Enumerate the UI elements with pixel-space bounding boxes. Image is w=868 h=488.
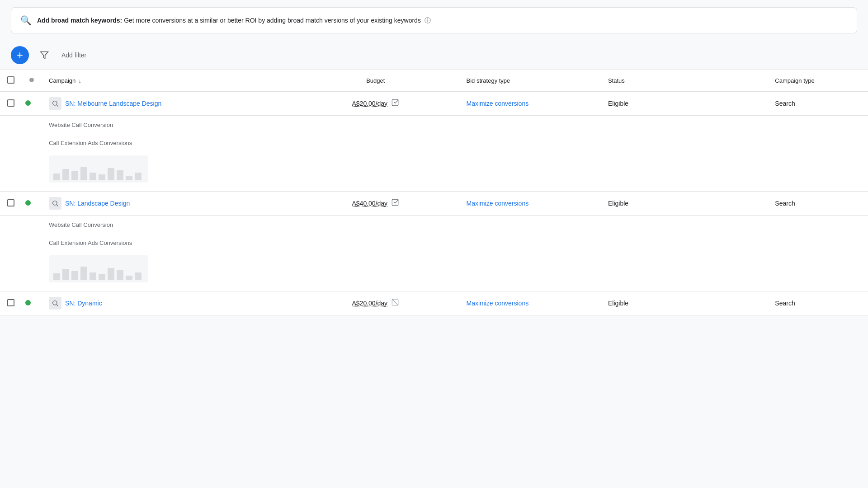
sub-item-name-cell: Website Call Conversion xyxy=(42,216,292,234)
search-icon: 🔍 xyxy=(20,15,32,26)
status-dot xyxy=(25,300,31,305)
chart-placeholder xyxy=(49,255,148,282)
budget-cell: A$20.00/day xyxy=(292,291,459,315)
svg-marker-0 xyxy=(41,52,48,59)
chart-empty-cell xyxy=(459,252,600,291)
filter-icon-button[interactable] xyxy=(36,47,52,63)
row-checkbox[interactable] xyxy=(7,299,14,306)
broad-match-banner: 🔍 Add broad match keywords: Get more con… xyxy=(11,7,857,33)
circle-icon xyxy=(29,77,34,83)
page-wrapper: 🔍 Add broad match keywords: Get more con… xyxy=(0,7,868,315)
svg-rect-22 xyxy=(71,271,78,280)
sort-icon: ↓ xyxy=(78,77,81,84)
budget-cell: A$40.00/day xyxy=(292,192,459,216)
campaign-type-cell: Search xyxy=(768,92,868,116)
sub-item-name-cell: Call Extension Ads Conversions xyxy=(42,134,292,152)
row-status-dot-cell xyxy=(22,192,42,216)
status-column-header[interactable]: Status xyxy=(601,70,768,92)
campaign-column-header[interactable]: Campaign ↓ xyxy=(42,70,292,92)
chart-row xyxy=(0,152,868,192)
sub-empty-cell xyxy=(601,216,768,234)
bid-strategy-cell: Maximize conversions xyxy=(459,291,600,315)
help-icon[interactable]: ⓘ xyxy=(425,17,431,24)
svg-rect-4 xyxy=(392,99,398,106)
svg-rect-8 xyxy=(71,171,78,180)
status-text-cell: Eligible xyxy=(601,192,768,216)
chart-dot-cell xyxy=(22,152,42,192)
bid-strategy-link[interactable]: Maximize conversions xyxy=(466,100,528,107)
row-checkbox[interactable] xyxy=(7,99,14,107)
campaign-name-link[interactable]: SN: Dynamic xyxy=(65,300,102,307)
campaign-name-link[interactable]: SN: Melbourne Landscape Design xyxy=(65,100,161,107)
budget-value[interactable]: A$40.00/day xyxy=(352,200,387,207)
campaign-name-cell: SN: Landscape Design xyxy=(42,192,292,216)
svg-line-31 xyxy=(57,305,58,306)
status-text-cell: Eligible xyxy=(601,291,768,315)
sub-empty-cell xyxy=(601,234,768,252)
row-status-dot-cell xyxy=(22,92,42,116)
row-checkbox[interactable] xyxy=(7,199,14,206)
sub-check-cell xyxy=(0,216,22,234)
chart-row xyxy=(0,252,868,291)
status-text-cell: Eligible xyxy=(601,92,768,116)
select-all-checkbox[interactable] xyxy=(7,76,14,84)
svg-point-2 xyxy=(53,101,57,105)
sub-item-text: Call Extension Ads Conversions xyxy=(49,238,132,248)
svg-rect-26 xyxy=(108,268,114,280)
campaign-type-column-header[interactable]: Campaign type xyxy=(768,70,868,92)
sub-check-cell xyxy=(0,116,22,134)
svg-rect-20 xyxy=(53,273,60,280)
sub-empty-cell xyxy=(459,234,600,252)
campaign-search-icon xyxy=(49,297,61,310)
sub-empty-cell xyxy=(768,116,868,134)
svg-rect-9 xyxy=(80,167,87,180)
svg-point-30 xyxy=(53,301,57,305)
svg-rect-12 xyxy=(108,168,114,180)
budget-edit-icon[interactable] xyxy=(391,99,399,108)
budget-column-header[interactable]: Budget xyxy=(292,70,459,92)
svg-point-16 xyxy=(53,201,57,205)
campaigns-table-container: Campaign ↓ Budget Bid strategy type Stat… xyxy=(0,70,868,315)
campaigns-table: Campaign ↓ Budget Bid strategy type Stat… xyxy=(0,70,868,315)
status-dot xyxy=(25,200,31,206)
svg-rect-14 xyxy=(126,176,132,180)
sub-empty-cell xyxy=(768,216,868,234)
campaign-name-link[interactable]: SN: Landscape Design xyxy=(65,200,130,207)
svg-rect-15 xyxy=(135,173,142,180)
bid-strategy-column-header[interactable]: Bid strategy type xyxy=(459,70,600,92)
bid-strategy-link[interactable]: Maximize conversions xyxy=(466,200,528,207)
svg-rect-7 xyxy=(62,169,69,180)
sub-empty-cell xyxy=(459,116,600,134)
budget-value[interactable]: A$20.00/day xyxy=(352,100,387,107)
chart-empty-cell xyxy=(601,152,768,192)
sub-check-cell xyxy=(0,234,22,252)
budget-value[interactable]: A$20.00/day xyxy=(352,300,387,307)
chart-cell xyxy=(42,252,292,291)
status-text: Eligible xyxy=(608,300,628,307)
sub-empty-cell xyxy=(601,116,768,134)
row-checkbox-cell xyxy=(0,92,22,116)
toolbar: + Add filter xyxy=(0,41,868,70)
budget-edit-icon[interactable] xyxy=(391,298,399,308)
sub-item-row: Call Extension Ads Conversions xyxy=(0,234,868,252)
sub-empty-cell xyxy=(292,234,459,252)
svg-rect-13 xyxy=(117,170,123,180)
sub-dot-cell xyxy=(22,116,42,134)
sub-item-name-cell: Call Extension Ads Conversions xyxy=(42,234,292,252)
sub-item-row: Call Extension Ads Conversions xyxy=(0,134,868,152)
svg-rect-21 xyxy=(62,269,69,280)
table-row: SN: Landscape Design A$40.00/day Maximiz… xyxy=(0,192,868,216)
sub-dot-cell xyxy=(22,234,42,252)
select-all-header xyxy=(0,70,22,92)
bid-strategy-link[interactable]: Maximize conversions xyxy=(466,300,528,307)
add-button[interactable]: + xyxy=(11,46,29,64)
chart-empty-cell xyxy=(601,252,768,291)
add-filter-button[interactable]: Add filter xyxy=(60,48,88,62)
status-text: Eligible xyxy=(608,200,628,207)
table-header-row: Campaign ↓ Budget Bid strategy type Stat… xyxy=(0,70,868,92)
budget-edit-icon[interactable] xyxy=(391,198,399,208)
campaign-header-label: Campaign xyxy=(49,77,75,84)
status-dot xyxy=(25,100,31,106)
chart-cell xyxy=(42,152,292,192)
status-dot-placeholder xyxy=(29,77,34,84)
